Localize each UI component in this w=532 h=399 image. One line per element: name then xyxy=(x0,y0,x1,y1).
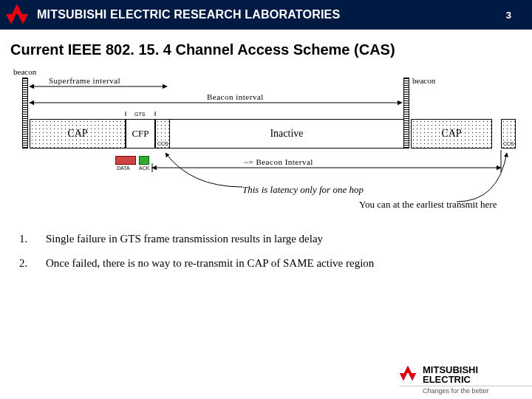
inactive-region: Inactive xyxy=(170,119,403,149)
timing-diagram: beacon Superframe interval Beacon interv… xyxy=(13,67,525,208)
beacon-marker-2 xyxy=(403,78,409,149)
cfp-region: CFP xyxy=(126,119,155,149)
gts-label: GTS xyxy=(134,112,145,117)
header-bar: MITSUBISHI ELECTRIC RESEARCH LABORATORIE… xyxy=(0,0,532,30)
inactive-label: Inactive xyxy=(270,128,303,140)
footer-tagline: Changes for the better xyxy=(399,386,532,395)
cap-region-2: CAP xyxy=(411,119,492,149)
footer-brand-line2: ELECTRIC xyxy=(423,375,478,384)
superframe-interval-label: Superframe interval xyxy=(49,76,120,85)
ccs-label-1: CCS xyxy=(157,141,168,146)
beacon-marker-1 xyxy=(22,78,28,149)
header-org: MITSUBISHI ELECTRIC RESEARCH LABORATORIE… xyxy=(37,8,340,21)
cap-label-2: CAP xyxy=(441,128,461,140)
beacon-label-left: beacon xyxy=(13,67,36,76)
approx-beacon-interval-label: ~= Beacon Interval xyxy=(244,157,313,166)
mitsubishi-logo-icon xyxy=(4,2,30,27)
data-packet-icon xyxy=(115,156,136,165)
earliest-transmit-note: You can at the earliest transmit here xyxy=(359,199,497,211)
cap-region-1: CAP xyxy=(30,119,126,149)
ack-packet-icon xyxy=(139,156,149,165)
beacon-label-right: beacon xyxy=(412,76,435,85)
footer-brand: MITSUBISHI ELECTRIC xyxy=(399,365,532,384)
cfp-label: CFP xyxy=(132,128,149,140)
ccs-label-2: CCS xyxy=(503,141,514,146)
point-text: Single failure in GTS frame transmission… xyxy=(46,233,323,245)
point-text: Once failed, there is no way to re-trans… xyxy=(46,257,374,270)
slide-title: Current IEEE 802. 15. 4 Channel Access S… xyxy=(10,41,532,58)
latency-note: This is latency only for one hop xyxy=(242,184,364,196)
point-number: 2. xyxy=(19,257,46,270)
point-row: 1. Single failure in GTS frame transmiss… xyxy=(19,233,532,245)
beacon-interval-label: Beacon interval xyxy=(207,92,264,101)
point-number: 1. xyxy=(19,233,46,245)
ack-label: ACK xyxy=(139,166,149,171)
point-row: 2. Once failed, there is no way to re-tr… xyxy=(19,257,532,270)
mitsubishi-logo-icon xyxy=(399,366,420,383)
data-label: DATA xyxy=(117,166,130,171)
page-number: 3 xyxy=(506,10,511,21)
points-list: 1. Single failure in GTS frame transmiss… xyxy=(19,233,532,270)
footer: MITSUBISHI ELECTRIC Changes for the bett… xyxy=(399,365,532,395)
cap-label-1: CAP xyxy=(67,128,87,140)
